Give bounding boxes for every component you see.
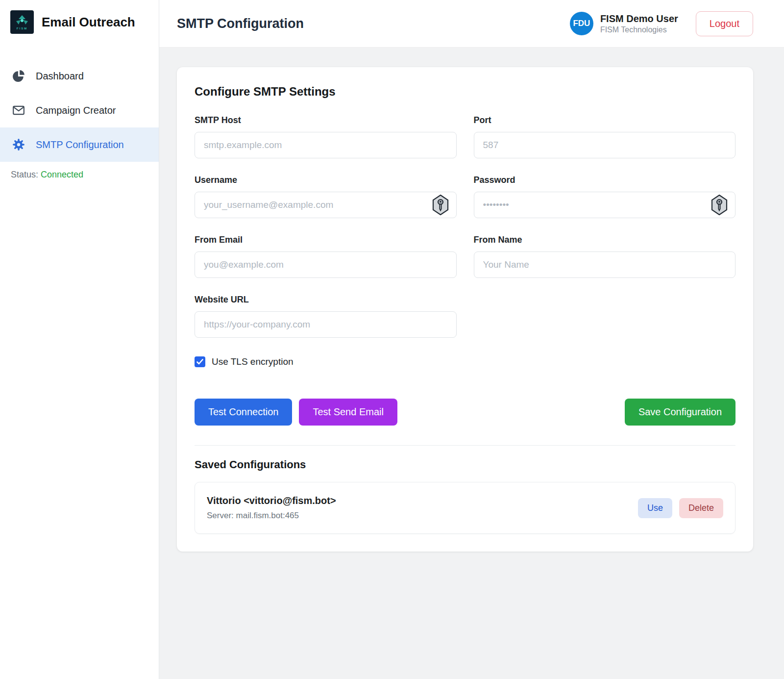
main-column: SMTP Configuration FDU FISM Demo User FI… [159, 0, 784, 679]
from-email-input[interactable] [195, 251, 457, 278]
saved-configuration-title: Vittorio <vittorio@fism.bot> [207, 495, 336, 506]
section-divider [195, 445, 735, 446]
tls-label: Use TLS encryption [212, 356, 294, 367]
check-icon [196, 359, 203, 365]
saved-configuration-info: Vittorio <vittorio@fism.bot> Server: mai… [207, 495, 336, 521]
port-label: Port [474, 115, 736, 126]
tls-row: Use TLS encryption [195, 356, 735, 367]
sidebar: FISM Email Outreach Dashboard [0, 0, 159, 679]
page-title: SMTP Configuration [177, 16, 304, 31]
field-from-name: From Name [474, 235, 736, 278]
user-name: FISM Demo User [600, 13, 678, 25]
sidebar-item-campaign-creator[interactable]: Campaign Creator [0, 93, 159, 127]
field-from-email: From Email [195, 235, 457, 278]
delete-configuration-button[interactable]: Delete [679, 498, 723, 518]
saved-configuration-row: Vittorio <vittorio@fism.bot> Server: mai… [195, 482, 735, 534]
from-name-label: From Name [474, 235, 736, 245]
saved-configurations-heading: Saved Configurations [195, 458, 735, 471]
smtp-form: SMTP Host Port Username [195, 115, 735, 354]
sidebar-nav: Dashboard Campaign Creator [0, 59, 159, 162]
brand: FISM Email Outreach [0, 0, 159, 44]
status-label: Status: [11, 170, 38, 179]
username-label: Username [195, 175, 457, 185]
status-value: Connected [41, 170, 83, 179]
sidebar-item-label: Dashboard [36, 71, 84, 82]
test-connection-button[interactable]: Test Connection [195, 399, 292, 426]
app-root: FISM Email Outreach Dashboard [0, 0, 784, 679]
user-company: FISM Technologies [600, 25, 678, 35]
password-manager-key-icon[interactable] [711, 195, 728, 215]
smtp-host-label: SMTP Host [195, 115, 457, 126]
sidebar-item-smtp-configuration[interactable]: SMTP Configuration [0, 127, 159, 162]
sidebar-item-label: Campaign Creator [36, 105, 116, 116]
field-username: Username [195, 175, 457, 218]
saved-configuration-actions: Use Delete [638, 498, 723, 518]
gear-icon [12, 138, 25, 151]
settings-heading: Configure SMTP Settings [195, 85, 735, 99]
field-port: Port [474, 115, 736, 158]
page-header: SMTP Configuration FDU FISM Demo User FI… [159, 0, 784, 48]
logout-button[interactable]: Logout [696, 11, 753, 36]
field-password: Password [474, 175, 736, 218]
tls-checkbox[interactable] [195, 356, 205, 367]
from-email-label: From Email [195, 235, 457, 245]
pie-chart-icon [12, 70, 25, 82]
password-manager-key-icon[interactable] [432, 195, 449, 215]
field-website-url: Website URL [195, 295, 457, 338]
website-url-label: Website URL [195, 295, 457, 305]
envelope-icon [12, 104, 25, 117]
form-actions: Test Connection Test Send Email Save Con… [195, 399, 735, 426]
use-configuration-button[interactable]: Use [638, 498, 672, 518]
save-configuration-button[interactable]: Save Configuration [625, 399, 735, 426]
sidebar-item-dashboard[interactable]: Dashboard [0, 59, 159, 93]
smtp-settings-card: Configure SMTP Settings SMTP Host Port [177, 67, 753, 552]
avatar: FDU [570, 12, 593, 35]
password-input[interactable] [474, 192, 736, 218]
from-name-input[interactable] [474, 251, 736, 278]
smtp-host-input[interactable] [195, 132, 457, 158]
content-area: Configure SMTP Settings SMTP Host Port [159, 48, 784, 679]
field-smtp-host: SMTP Host [195, 115, 457, 158]
sidebar-item-label: SMTP Configuration [36, 139, 124, 151]
user-meta: FISM Demo User FISM Technologies [600, 13, 678, 35]
password-label: Password [474, 175, 736, 185]
app-title: Email Outreach [42, 15, 135, 30]
website-url-input[interactable] [195, 311, 457, 338]
username-input[interactable] [195, 192, 457, 218]
port-input[interactable] [474, 132, 736, 158]
connection-status: Status: Connected [0, 170, 159, 180]
user-area: FDU FISM Demo User FISM Technologies Log… [570, 11, 753, 36]
logo-text: FISM [17, 27, 27, 30]
app-logo: FISM [10, 10, 34, 34]
logo-mark-icon [15, 15, 29, 26]
saved-configuration-server: Server: mail.fism.bot:465 [207, 511, 336, 521]
test-send-email-button[interactable]: Test Send Email [299, 399, 397, 426]
